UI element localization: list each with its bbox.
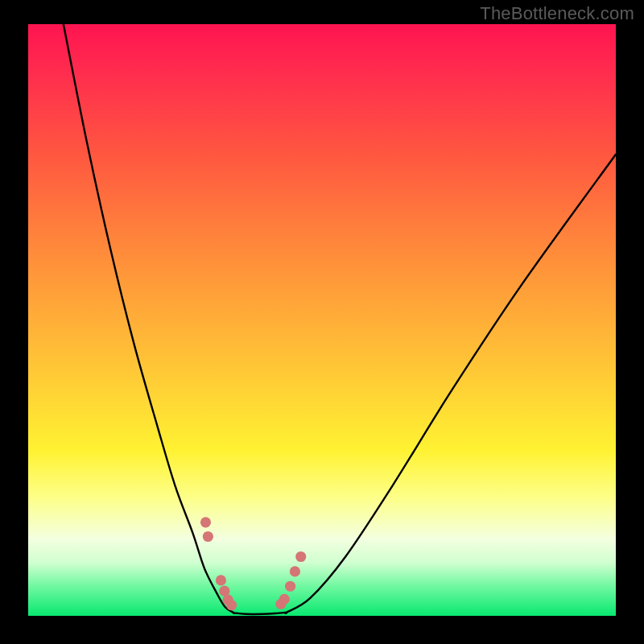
marker-right-9 [285,581,295,592]
marker-left-3 [216,575,226,585]
marker-left-2 [203,531,213,542]
marker-right-10 [290,566,300,576]
marker-right-8 [279,594,290,605]
chart-svg [28,24,616,616]
marker-left-1 [200,517,211,527]
marker-right-11 [295,551,306,562]
plot-area [28,24,616,616]
watermark-text: TheBottleneck.com [480,3,634,24]
bottleneck-curve [64,24,616,614]
chart-frame: TheBottleneck.com [0,0,644,644]
marker-layer [200,517,306,610]
curve-layer [64,24,616,614]
marker-left-6 [226,600,237,610]
